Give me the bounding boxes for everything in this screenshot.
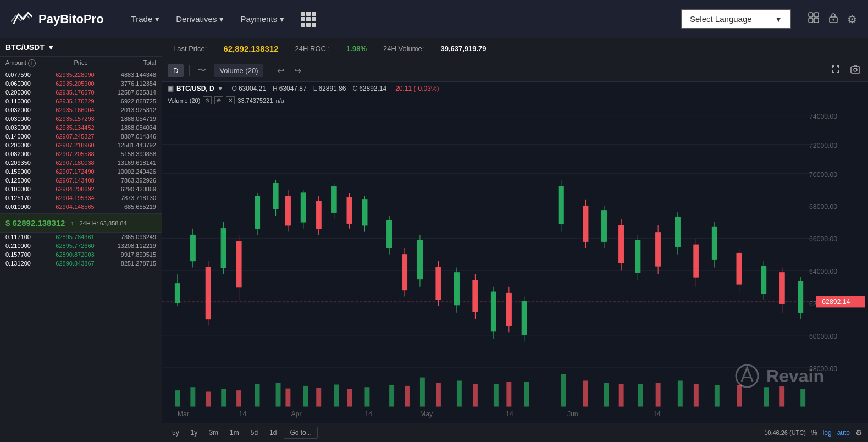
table-row: 0.06000062935.2059003776.112354: [0, 79, 162, 88]
indicators-icon: 〜: [195, 63, 208, 79]
timeframe-5y-button[interactable]: 5y: [168, 427, 184, 438]
svg-rect-74: [559, 186, 563, 224]
settings-icon[interactable]: ⚙: [847, 13, 857, 26]
timeframe-d-button[interactable]: D: [168, 64, 184, 77]
buy-order-rows: 0.11710062895.7843617365.096249 0.210000…: [0, 233, 162, 442]
auto-icon[interactable]: auto: [837, 429, 850, 437]
nav-derivatives[interactable]: Derivatives ▾: [176, 12, 224, 27]
svg-rect-54: [347, 197, 352, 223]
svg-rect-76: [601, 211, 606, 242]
timeframe-1m-button[interactable]: 1m: [225, 427, 244, 438]
svg-text:58000.00: 58000.00: [809, 365, 837, 373]
svg-rect-102: [255, 384, 260, 406]
svg-rect-78: [635, 240, 640, 273]
svg-rect-40: [255, 196, 260, 229]
table-row: 0.08200062907.2055885158.390858: [0, 150, 162, 158]
pair-header[interactable]: BTC/USDT ▼: [0, 38, 162, 57]
chart-area[interactable]: 74000.00 72000.00 70000.00 68000.00 6600…: [162, 106, 868, 423]
candlestick-chart: 74000.00 72000.00 70000.00 68000.00 6600…: [162, 106, 868, 423]
svg-text:14: 14: [653, 410, 661, 418]
svg-rect-130: [656, 383, 661, 407]
svg-rect-112: [561, 374, 566, 407]
svg-rect-101: [221, 389, 226, 407]
chart-container: D 〜 Volume (20) ↩ ↪: [162, 59, 868, 442]
svg-rect-66: [402, 255, 407, 290]
percent-icon[interactable]: %: [811, 429, 817, 437]
svg-rect-118: [800, 389, 805, 407]
svg-rect-88: [583, 206, 588, 242]
current-price-value: $ 62892.138312: [5, 218, 65, 228]
table-row: 0.20935062907.18003813169.618141: [0, 158, 162, 167]
table-row: 0.07759062935.2280904883.144348: [0, 70, 162, 79]
goto-button[interactable]: Go to...: [284, 427, 317, 439]
svg-rect-38: [236, 241, 241, 286]
svg-rect-121: [285, 389, 290, 407]
svg-text:Apr: Apr: [291, 410, 301, 418]
pair-arrow-icon: ▼: [47, 43, 55, 52]
svg-rect-98: [779, 273, 784, 304]
volume-info-bar: Volume (20) ⊙ ⊕ ✕ 33.74375221 n/a: [162, 95, 868, 106]
svg-rect-120: [236, 390, 241, 406]
indicators-button[interactable]: Volume (20): [214, 64, 263, 77]
timeframe-3m-button[interactable]: 3m: [204, 427, 223, 438]
payments-arrow-icon: ▾: [280, 14, 284, 24]
chart-settings-icon[interactable]: ⚙: [855, 428, 863, 437]
language-selector[interactable]: Select Language ▼: [681, 9, 791, 29]
nav-payments[interactable]: Payments ▾: [240, 12, 284, 27]
time-display: 10:46:26 (UTC): [764, 429, 806, 436]
svg-rect-94: [694, 245, 699, 277]
svg-rect-34: [221, 229, 226, 268]
fullscreen-icon[interactable]: [828, 62, 843, 79]
undo-icon[interactable]: ↩: [275, 63, 286, 78]
svg-rect-110: [494, 384, 499, 406]
svg-rect-117: [764, 387, 769, 406]
svg-rect-60: [454, 273, 459, 305]
log-icon[interactable]: log: [823, 429, 832, 437]
main-layout: BTC/USDT ▼ BTC/USD, D Amount i Price Tot…: [0, 38, 868, 442]
svg-text:62892.14: 62892.14: [822, 298, 850, 306]
svg-rect-44: [301, 193, 306, 222]
table-row: 0.03000062935.1344521888.054034: [0, 123, 162, 132]
svg-rect-114: [638, 384, 643, 406]
camera-icon[interactable]: [848, 62, 863, 79]
svg-rect-116: [715, 385, 720, 407]
timeframe-1y-button[interactable]: 1y: [186, 427, 202, 438]
redo-icon[interactable]: ↪: [292, 63, 303, 78]
user-icon[interactable]: [808, 12, 820, 26]
timeframe-1d-button[interactable]: 1d: [265, 427, 281, 438]
table-row: 0.14000062907.2453278807.014346: [0, 132, 162, 141]
svg-rect-80: [675, 217, 680, 247]
svg-rect-3: [814, 18, 819, 23]
sell-order-rows: 0.07759062935.2280904883.144348 0.060000…: [0, 70, 162, 213]
table-row: 0.20000062935.17657012587.035314: [0, 88, 162, 97]
table-row: 0.11000062935.1702296922.868725: [0, 97, 162, 106]
svg-rect-2: [809, 18, 813, 23]
lock-icon[interactable]: [828, 12, 839, 26]
svg-rect-106: [364, 387, 369, 406]
table-row: 0.12500062907.1434087863.392926: [0, 176, 162, 185]
svg-point-5: [833, 19, 834, 21]
timeframe-5d-button[interactable]: 5d: [246, 427, 262, 438]
svg-rect-48: [362, 200, 367, 225]
svg-rect-128: [583, 380, 588, 406]
svg-text:72000.00: 72000.00: [809, 141, 837, 149]
grid-menu-icon[interactable]: [301, 12, 316, 27]
current-price-bar: $ 62892.138312 ↑ 24H H: 63,858.84: [0, 213, 162, 233]
svg-rect-58: [417, 240, 422, 279]
chart-pair-dropdown-icon[interactable]: ▼: [217, 85, 224, 92]
svg-rect-132: [737, 385, 742, 407]
svg-rect-113: [604, 383, 609, 407]
table-row: 0.20000062907.21896012581.443792: [0, 141, 162, 150]
svg-rect-42: [273, 183, 278, 209]
svg-rect-111: [524, 382, 529, 407]
svg-text:68000.00: 68000.00: [809, 203, 837, 211]
svg-rect-52: [316, 201, 321, 228]
svg-text:14: 14: [239, 410, 247, 418]
svg-rect-32: [190, 235, 195, 261]
amount-info-icon[interactable]: i: [28, 59, 36, 67]
svg-rect-115: [678, 380, 683, 406]
svg-rect-0: [809, 13, 813, 17]
table-row: 0.01090062904.148565685.655219: [0, 202, 162, 211]
navbar: PayBitoPro Trade ▾ Derivatives ▾ Payment…: [0, 0, 868, 38]
nav-trade[interactable]: Trade ▾: [131, 12, 160, 27]
